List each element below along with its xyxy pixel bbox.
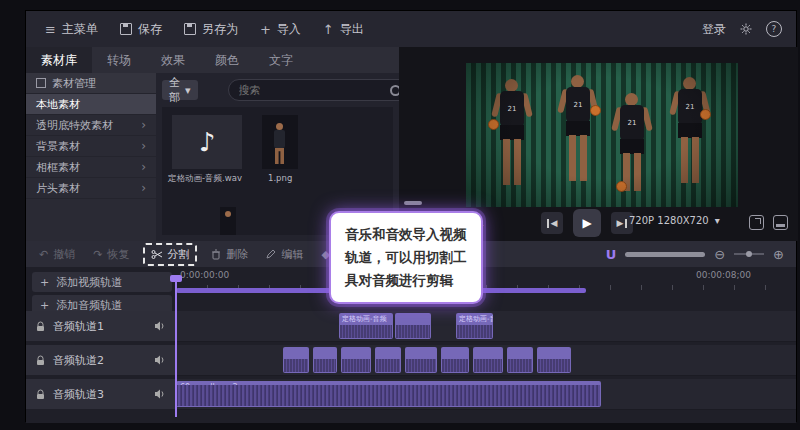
- audio-clip[interactable]: [313, 347, 337, 373]
- export-icon: ↑: [323, 23, 334, 36]
- zoom-slider[interactable]: [734, 253, 764, 255]
- play-icon: ▶: [582, 216, 591, 230]
- main-menu-button[interactable]: ≡ 主菜单: [34, 11, 109, 47]
- volume-icon[interactable]: [154, 321, 166, 331]
- redo-button[interactable]: ↷ 恢复: [84, 241, 138, 267]
- help-icon[interactable]: ?: [766, 21, 782, 37]
- transport-controls: ◀ ▶ ▶: [541, 209, 633, 237]
- save-label: 保存: [138, 21, 162, 38]
- track-lane[interactable]: 定格动画-音频 定格动画-音频: [176, 311, 796, 342]
- import-icon: +: [260, 23, 271, 36]
- library-item-image-name: 1.png: [268, 173, 292, 183]
- audio-clip[interactable]: [283, 347, 309, 373]
- export-frame-icon[interactable]: [749, 215, 764, 230]
- topbar: ≡ 主菜单 保存 另存为 + 导入 ↑ 导出 登录 ?: [26, 11, 796, 47]
- volume-icon[interactable]: [154, 389, 166, 399]
- save-icon: [120, 23, 132, 35]
- track-name: 音频轨道1: [53, 319, 104, 334]
- player-figure: 21: [612, 93, 652, 207]
- library-item-image[interactable]: [262, 115, 298, 169]
- audio-clip[interactable]: 定格动画-音频: [456, 313, 493, 339]
- sidebar-item-frames[interactable]: 相框素材 ›: [26, 157, 156, 178]
- playhead-handle[interactable]: [170, 275, 182, 282]
- tab-material-library[interactable]: 素材库: [26, 47, 92, 73]
- track-header[interactable]: 音频轨道2: [26, 345, 176, 375]
- video-frame: 21 21 21 21: [466, 63, 738, 207]
- lock-icon[interactable]: [36, 389, 45, 400]
- sidebar-item-material-management[interactable]: 素材管理: [26, 73, 156, 94]
- search-input[interactable]: [237, 83, 386, 98]
- menu-icon: ≡: [45, 23, 56, 36]
- audio-clip[interactable]: [405, 347, 437, 373]
- settings-icon[interactable]: [740, 23, 752, 35]
- scissors-icon: [151, 249, 163, 260]
- snap-icon[interactable]: U: [606, 247, 617, 262]
- audio-clip[interactable]: [441, 347, 469, 373]
- previous-frame-button[interactable]: ◀: [541, 212, 563, 234]
- ruler-end-label: 00:00:08;00: [696, 270, 751, 280]
- folder-icon: [36, 78, 46, 88]
- tab-colors[interactable]: 颜色: [200, 47, 254, 73]
- player-figure: 21: [492, 79, 532, 197]
- panel-tabs: 素材库 转场 效果 颜色 文字: [26, 47, 399, 73]
- playhead[interactable]: [175, 281, 177, 417]
- export-button[interactable]: ↑ 导出: [312, 11, 375, 47]
- audio-clip[interactable]: [375, 347, 401, 373]
- material-sidebar: 素材管理 本地素材 透明底特效素材 › 背景素材 › 相框素材 › 片头素材 ›: [26, 73, 156, 241]
- pencil-icon: [266, 249, 276, 259]
- tab-transitions[interactable]: 转场: [92, 47, 146, 73]
- ruler-start-label: 0:00:00:00: [180, 270, 229, 280]
- timeline-scrollbar-handle[interactable]: [625, 252, 705, 257]
- split-button-highlight[interactable]: 分割: [143, 243, 197, 266]
- audio-clip-music[interactable]: 69-preslk.mp3: [176, 381, 601, 407]
- player-figure: 21: [558, 75, 598, 193]
- player-figure: 21: [670, 77, 710, 195]
- audio-track-3: 音频轨道3 69-preslk.mp3: [26, 379, 796, 409]
- add-video-track-button[interactable]: + 添加视频轨道: [32, 272, 172, 292]
- fullscreen-icon[interactable]: [773, 215, 788, 230]
- audio-clip[interactable]: [537, 347, 571, 373]
- tab-effects[interactable]: 效果: [146, 47, 200, 73]
- track-name: 音频轨道3: [53, 387, 104, 402]
- audio-clip[interactable]: 定格动画-音频: [339, 313, 393, 339]
- tab-text[interactable]: 文字: [254, 47, 308, 73]
- jersey-number: 21: [678, 89, 702, 125]
- save-button[interactable]: 保存: [109, 11, 173, 47]
- edit-button[interactable]: 编辑: [257, 241, 312, 267]
- save-as-button[interactable]: 另存为: [173, 11, 249, 47]
- track-lane[interactable]: 69-preslk.mp3: [176, 379, 796, 410]
- lock-icon[interactable]: [36, 321, 45, 332]
- sidebar-item-background[interactable]: 背景素材 ›: [26, 136, 156, 157]
- track-header[interactable]: 音频轨道1: [26, 311, 176, 341]
- sidebar-item-local-material[interactable]: 本地素材: [26, 94, 156, 115]
- resolution-dropdown[interactable]: 720P 1280X720 ▾: [629, 215, 720, 226]
- undo-button[interactable]: ↶ 撤销: [30, 241, 84, 267]
- import-label: 导入: [277, 21, 301, 38]
- horizontal-scrollbar-handle[interactable]: [404, 201, 422, 205]
- zoom-in-icon[interactable]: ⊕: [773, 248, 784, 261]
- delete-button[interactable]: 删除: [202, 241, 257, 267]
- track-header[interactable]: 音频轨道3: [26, 379, 176, 409]
- import-button[interactable]: + 导入: [249, 11, 312, 47]
- filter-dropdown[interactable]: 全部 ▾: [162, 80, 198, 100]
- zoom-out-icon[interactable]: ⊖: [714, 248, 725, 261]
- library-item-audio-name: 定格动画-音频.wav: [168, 173, 242, 185]
- login-button[interactable]: 登录: [702, 21, 726, 38]
- audio-clip[interactable]: [507, 347, 533, 373]
- play-button[interactable]: ▶: [573, 209, 601, 237]
- lock-icon[interactable]: [36, 355, 45, 366]
- save-as-label: 另存为: [202, 21, 238, 38]
- audio-clip[interactable]: [341, 347, 371, 373]
- audio-clip[interactable]: [395, 313, 431, 339]
- track-lane[interactable]: [176, 345, 796, 376]
- library-item-audio[interactable]: ♪: [172, 115, 242, 169]
- library-item-partial[interactable]: [220, 207, 236, 235]
- audio-clip[interactable]: [473, 347, 503, 373]
- volume-icon[interactable]: [154, 355, 166, 365]
- chevron-right-icon: ›: [141, 160, 146, 174]
- tutorial-tooltip: 音乐和音效导入视频 轨道，可以用切割工 具对音频进行剪辑: [329, 211, 483, 304]
- jersey-number: 21: [566, 87, 590, 123]
- sidebar-item-intros[interactable]: 片头素材 ›: [26, 178, 156, 199]
- sidebar-item-transparent-effects[interactable]: 透明底特效素材 ›: [26, 115, 156, 136]
- audio-track-2: 音频轨道2: [26, 345, 796, 375]
